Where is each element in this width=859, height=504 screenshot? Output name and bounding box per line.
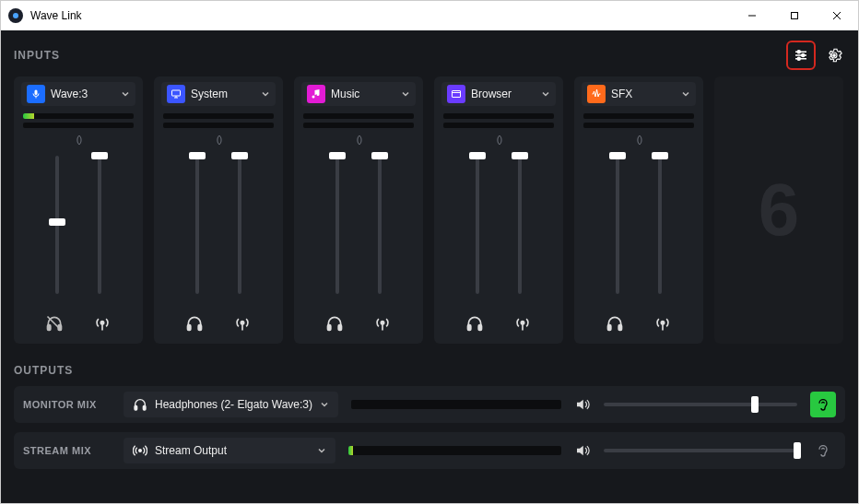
channel-browser: Browser( ) — [434, 76, 563, 344]
svg-rect-11 — [35, 90, 38, 96]
chevron-down-icon — [261, 89, 270, 99]
svg-rect-39 — [143, 405, 146, 410]
monitor-device-label: Headphones (2- Elgato Wave:3) — [155, 398, 312, 411]
svg-rect-1 — [792, 13, 798, 19]
svg-point-8 — [802, 54, 805, 57]
svg-point-22 — [241, 322, 243, 324]
stream-fader-browser[interactable] — [513, 156, 526, 294]
channel-label: Music — [331, 88, 395, 100]
link-indicator-icon[interactable]: ( ) — [357, 134, 360, 145]
stream-listen-button[interactable] — [810, 438, 836, 463]
channel-dropdown-browser[interactable]: Browser — [441, 82, 556, 106]
channel-meter-a — [443, 113, 554, 119]
window-minimize-button[interactable] — [731, 1, 773, 30]
stream-mute-button-wave3[interactable] — [91, 312, 113, 334]
output-row-monitor: MONITOR MIX Headphones (2- Elgato Wave:3… — [14, 386, 845, 423]
channel-music: Music( ) — [294, 76, 423, 344]
channel-meter-a — [583, 113, 694, 119]
svg-rect-21 — [198, 325, 201, 331]
svg-rect-35 — [618, 325, 621, 331]
svg-rect-34 — [608, 325, 611, 331]
monitor-fader-system[interactable] — [191, 156, 204, 294]
stream-level-meter — [348, 446, 561, 455]
monitor-device-dropdown[interactable]: Headphones (2- Elgato Wave:3) — [124, 392, 338, 417]
svg-point-36 — [661, 322, 664, 324]
monitor-fader-sfx[interactable] — [611, 156, 624, 294]
channel-dropdown-sfx[interactable]: SFX — [582, 82, 696, 106]
chevron-down-icon — [121, 89, 130, 99]
monitor-mute-button-wave3[interactable] — [43, 312, 65, 334]
mixer-settings-highlight — [786, 41, 816, 70]
section-title-outputs: OUTPUTS — [14, 364, 845, 377]
stream-mute-button-music[interactable] — [371, 312, 394, 334]
settings-button[interactable] — [823, 44, 845, 66]
svg-rect-31 — [478, 325, 481, 331]
monitor-volume-slider[interactable] — [604, 397, 797, 412]
chevron-down-icon — [681, 89, 690, 99]
svg-point-10 — [832, 53, 836, 57]
link-indicator-icon[interactable]: ( ) — [637, 134, 641, 145]
monitor-mute-button-browser[interactable] — [464, 312, 486, 334]
channel-dropdown-wave3[interactable]: Wave:3 — [21, 82, 135, 106]
svg-point-26 — [381, 322, 383, 324]
svg-point-15 — [100, 322, 103, 324]
channel-label: System — [191, 88, 255, 100]
channel-label: SFX — [611, 88, 676, 100]
stream-fader-wave3[interactable] — [93, 156, 106, 294]
window-close-button[interactable] — [816, 1, 858, 30]
monitor-mute-button-system[interactable] — [183, 312, 206, 334]
channel-dropdown-music[interactable]: Music — [301, 82, 416, 106]
monitor-fader-wave3[interactable] — [51, 156, 64, 294]
channel-meter-b — [303, 123, 414, 128]
channel-system: System( ) — [154, 76, 283, 344]
stream-mute-button-sfx[interactable] — [652, 312, 674, 334]
stream-device-dropdown[interactable]: Stream Output — [124, 438, 335, 463]
music-note-icon — [307, 85, 325, 103]
svg-rect-24 — [328, 325, 331, 331]
window-title: Wave Link — [30, 9, 82, 22]
monitor-mute-button-music[interactable] — [324, 312, 346, 334]
channel-wave3: Wave:3( ) — [14, 76, 143, 344]
chevron-down-icon — [320, 400, 329, 409]
channel-meter-a — [303, 113, 414, 119]
channel-sfx: SFX( ) — [574, 76, 703, 344]
empty-channel-slot[interactable]: 6 — [714, 76, 843, 344]
window-maximize-button[interactable] — [773, 1, 816, 30]
svg-point-9 — [797, 57, 800, 60]
svg-rect-12 — [48, 325, 51, 331]
output-label-monitor: MONITOR MIX — [23, 399, 111, 410]
chevron-down-icon — [317, 446, 326, 455]
speaker-icon — [574, 396, 591, 413]
monitor-listen-button[interactable] — [810, 392, 836, 417]
output-row-stream: STREAM MIX Stream Output — [14, 432, 845, 469]
monitor-mute-button-sfx[interactable] — [604, 312, 626, 334]
stream-mute-button-browser[interactable] — [512, 312, 534, 334]
headphones-icon — [133, 397, 147, 412]
stream-fader-system[interactable] — [233, 156, 246, 294]
mixer-settings-button[interactable] — [790, 44, 812, 66]
chevron-down-icon — [401, 89, 410, 99]
channel-meter-b — [583, 123, 694, 128]
link-indicator-icon[interactable]: ( ) — [497, 134, 500, 145]
monitor-fader-music[interactable] — [331, 156, 344, 294]
app-icon — [8, 8, 23, 23]
channel-meter-a — [163, 113, 274, 119]
monitor-icon — [167, 85, 185, 103]
svg-point-32 — [521, 322, 524, 324]
stream-volume-slider[interactable] — [604, 443, 797, 458]
channel-dropdown-system[interactable]: System — [161, 82, 276, 106]
stream-mute-button-system[interactable] — [231, 312, 253, 334]
stream-fader-sfx[interactable] — [653, 156, 666, 294]
svg-rect-20 — [188, 325, 191, 331]
output-label-stream: STREAM MIX — [23, 445, 111, 456]
svg-point-7 — [797, 51, 800, 53]
window-icon — [447, 85, 465, 103]
monitor-fader-browser[interactable] — [471, 156, 484, 294]
channel-meter-a — [23, 113, 134, 119]
svg-rect-28 — [453, 91, 461, 98]
stream-fader-music[interactable] — [373, 156, 386, 294]
svg-rect-17 — [172, 90, 181, 96]
link-indicator-icon[interactable]: ( ) — [76, 134, 80, 145]
section-title-inputs: INPUTS — [14, 49, 60, 62]
link-indicator-icon[interactable]: ( ) — [217, 134, 220, 145]
